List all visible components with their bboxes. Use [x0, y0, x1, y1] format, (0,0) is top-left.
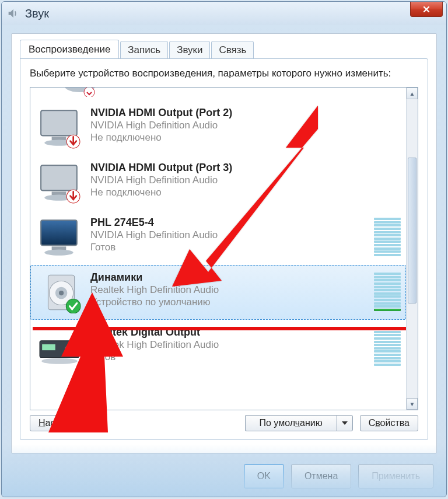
level-meter [374, 326, 401, 367]
device-status: Устройство по умолчанию [90, 296, 369, 308]
tab-communications[interactable]: Связь [211, 41, 254, 60]
device-driver: NVIDIA High Definition Audio [90, 119, 401, 131]
svg-point-16 [59, 291, 64, 295]
svg-rect-10 [41, 220, 77, 245]
device-status: Готов [90, 241, 369, 253]
device-status: Готов [90, 351, 369, 363]
device-text: Realtek Digital Output Realtek High Defi… [90, 326, 369, 364]
device-text: Динамики Realtek High Definition Audio У… [90, 271, 369, 309]
device-item[interactable]: NVIDIA HDMI Output (Port 3) NVIDIA High … [30, 155, 406, 210]
default-split-button[interactable]: По умолчанию [245, 415, 353, 431]
device-item[interactable]: NVIDIA HDMI Output (Port 2) NVIDIA High … [30, 100, 406, 155]
volume-icon [6, 7, 19, 20]
annotation-underline [33, 327, 406, 330]
monitor-on-icon [36, 217, 83, 259]
tab-sounds[interactable]: Звуки [169, 41, 210, 60]
configure-button[interactable]: Настроить [30, 415, 93, 431]
svg-point-17 [66, 299, 80, 313]
device-text: NVIDIA HDMI Output (Port 3) NVIDIA High … [90, 162, 401, 199]
device-text: NVIDIA HDMI Output (Port 2) NVIDIA High … [90, 107, 401, 144]
device-name: NVIDIA HDMI Output (Port 2) [90, 107, 401, 119]
device-name: NVIDIA HDMI Output (Port 3) [90, 162, 401, 174]
content-area: Воспроизведение Запись Звуки Связь Выбер… [11, 33, 437, 453]
instruction-text: Выберите устройство воспроизведения, пар… [30, 67, 418, 80]
device-driver: NVIDIA High Definition Audio [90, 174, 401, 186]
svg-point-12 [44, 250, 73, 256]
svg-point-20 [65, 346, 72, 353]
properties-button[interactable]: Свойства [360, 415, 418, 431]
partial-prev-icon [62, 88, 97, 97]
monitor-off-icon [36, 107, 83, 149]
svg-point-1 [84, 88, 94, 97]
device-status: Не подключено [90, 186, 401, 198]
speaker-icon [36, 271, 83, 313]
svg-point-22 [41, 358, 78, 364]
ok-button[interactable]: OK [244, 464, 284, 488]
dialog-buttons: OK Отмена Применить [244, 464, 433, 488]
svg-rect-6 [41, 165, 77, 190]
window-title: Звук [25, 7, 49, 20]
tab-body: Выберите устройство воспроизведения, пар… [20, 58, 428, 440]
svg-rect-19 [42, 344, 55, 350]
monitor-off-icon [36, 162, 83, 204]
svg-rect-2 [41, 110, 77, 135]
tab-action-buttons: Настроить По умолчанию Свойства [30, 415, 418, 431]
default-button[interactable]: По умолчанию [245, 415, 337, 431]
scroll-down-button[interactable]: ▼ [407, 398, 418, 410]
device-status: Не подключено [90, 131, 401, 144]
device-driver: Realtek High Definition Audio [90, 284, 369, 296]
device-driver: NVIDIA High Definition Audio [90, 229, 369, 241]
apply-button[interactable]: Применить [358, 464, 433, 488]
device-driver: Realtek High Definition Audio [90, 339, 369, 351]
tab-recording[interactable]: Запись [120, 41, 168, 60]
device-name: PHL 274E5-4 [90, 217, 369, 229]
scroll-up-button[interactable]: ▲ [407, 88, 418, 99]
receiver-icon [36, 326, 83, 368]
sound-dialog: Звук Воспроизведение Запись Звуки Связь … [1, 1, 447, 497]
device-name: Динамики [90, 271, 369, 284]
device-text: PHL 274E5-4 NVIDIA High Definition Audio… [90, 217, 369, 254]
tab-playback[interactable]: Воспроизведение [20, 40, 119, 60]
svg-point-21 [74, 347, 78, 351]
device-list: NVIDIA HDMI Output (Port 2) NVIDIA High … [30, 87, 418, 410]
titlebar[interactable]: Звук [2, 2, 446, 25]
level-meter [374, 217, 401, 257]
level-meter [374, 271, 401, 312]
cancel-button[interactable]: Отмена [291, 464, 351, 488]
scroll-thumb[interactable] [408, 158, 416, 303]
device-item[interactable]: PHL 274E5-4 NVIDIA High Definition Audio… [30, 210, 406, 265]
device-item[interactable]: Динамики Realtek High Definition Audio У… [30, 265, 406, 320]
tabs: Воспроизведение Запись Звуки Связь [20, 40, 428, 60]
default-dropdown-arrow[interactable] [337, 415, 353, 431]
close-button[interactable] [410, 2, 443, 17]
scrollbar[interactable]: ▲ ▼ [406, 88, 418, 410]
